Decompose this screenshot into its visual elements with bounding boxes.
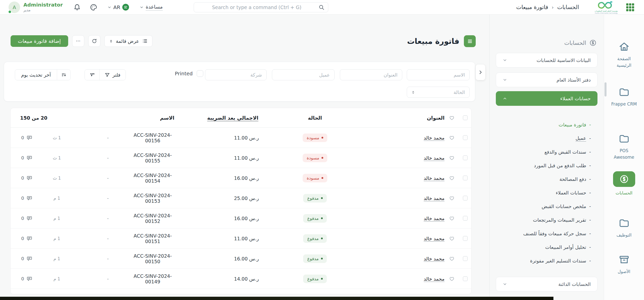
table-row[interactable]: محمد خالدمدفوع25.00 ر.سACC-SINV-2024-001… (11, 188, 471, 208)
favorite-heart-icon[interactable] (445, 236, 459, 241)
last-updated-sort-button[interactable]: آخر تحديث يوم (15, 70, 57, 80)
invoice-id[interactable]: ACC-SINV-2024-00156 (128, 132, 178, 143)
comments-indicator[interactable]: 0 (21, 135, 32, 141)
rail-item-0[interactable]: الصفحة الرئيسية (604, 41, 644, 69)
favorite-heart-icon[interactable] (445, 195, 459, 201)
column-header-status[interactable]: الحالة (261, 115, 369, 121)
clear-filters-icon[interactable] (85, 70, 99, 80)
breadcrumb-page[interactable]: فاتورة مبيعات (516, 4, 548, 10)
view-switcher-button[interactable]: عرض قائمة (104, 35, 152, 47)
table-row[interactable]: محمد خالدمسودة16.00 ر.سACC-SINV-2024-001… (11, 168, 471, 188)
name-filter-input[interactable] (407, 69, 470, 80)
favorite-heart-icon[interactable] (445, 155, 459, 161)
comments-indicator[interactable]: 0 (21, 195, 32, 201)
help-menu[interactable]: مساعدة (140, 4, 163, 11)
row-checkbox[interactable] (463, 135, 468, 140)
sidebar-collapse-toggle[interactable] (476, 64, 485, 80)
comments-indicator[interactable]: 0 (21, 155, 32, 161)
invoice-id[interactable]: ACC-SINV-2024-00154 (128, 173, 178, 184)
search-input[interactable] (197, 5, 316, 10)
row-checkbox[interactable] (463, 155, 468, 160)
add-sales-invoice-button[interactable]: إضافة فاتورة مبيعات (11, 35, 68, 47)
customer-link[interactable]: محمد خالد (424, 135, 445, 141)
comments-indicator[interactable]: 0 (21, 215, 32, 221)
favorite-heart-icon[interactable] (445, 276, 459, 282)
title-filter-input[interactable] (340, 69, 402, 80)
column-header-name[interactable]: الاسم (128, 115, 178, 121)
invoice-id[interactable]: ACC-SINV-2024-00149 (128, 273, 178, 284)
sidebar-item-1[interactable]: -عميل (496, 131, 597, 145)
row-checkbox[interactable] (463, 276, 468, 281)
customer-link[interactable]: محمد خالد (424, 216, 445, 221)
sidebar-item-4[interactable]: -دفع المصالحة (496, 172, 597, 186)
table-row[interactable]: محمد خالدمسودة11.00 ر.سACC-SINV-2024-001… (11, 148, 471, 168)
notifications-bell-icon[interactable] (73, 4, 81, 11)
table-row[interactable]: محمد خالدمدفوع16.00 ر.سACC-SINV-2024-001… (11, 208, 471, 228)
row-checkbox[interactable] (463, 196, 468, 201)
sidebar-item-0[interactable]: -فاتورة مبيعات (496, 118, 597, 131)
comments-indicator[interactable]: 0 (21, 256, 32, 262)
invoice-id[interactable]: ACC-SINV-2024-00155 (128, 152, 178, 163)
column-header-total[interactable]: الاجمالي بعد الضريبة (178, 115, 261, 121)
customer-link[interactable]: محمد خالد (424, 175, 445, 181)
customer-link[interactable]: محمد خالد (424, 256, 445, 261)
rail-item-2[interactable]: POS Awesome (604, 133, 644, 160)
status-filter-select[interactable]: الحالة (407, 87, 470, 98)
column-header-title[interactable]: العنوان (369, 115, 445, 121)
favorite-heart-icon[interactable] (445, 175, 459, 181)
rail-item-1[interactable]: Frappe CRM (604, 86, 644, 108)
invoice-id[interactable]: ACC-SINV-2024-00150 (128, 253, 178, 264)
table-row[interactable]: محمد خالدمسودة11.00 ر.سACC-SINV-2024-001… (11, 128, 471, 148)
select-all-checkbox[interactable] (463, 115, 468, 120)
rail-item-4[interactable]: التوظيف (604, 217, 644, 239)
favorite-heart-icon[interactable] (445, 256, 459, 261)
company-logo[interactable]: مؤسسة النظم لتقنية المعلومات Husba Infor… (595, 1, 618, 14)
sidebar-section-1[interactable]: دفتر الأستاذ العام (496, 73, 597, 87)
sidebar-section-payables[interactable]: الحسابات الدائنة (496, 277, 597, 291)
row-checkbox[interactable] (463, 236, 468, 241)
customer-filter-input[interactable] (272, 69, 335, 80)
user-menu[interactable]: Administrator مدير A (9, 2, 63, 13)
customer-link[interactable]: محمد خالد (424, 155, 445, 161)
record-count[interactable]: 20 من 150 (11, 115, 128, 121)
sort-direction-button[interactable] (57, 70, 70, 80)
company-filter-input[interactable] (205, 69, 267, 80)
customer-link[interactable]: محمد خالد (424, 276, 445, 282)
sidebar-item-2[interactable]: -سندات القبض والدفع (496, 145, 597, 159)
favorite-heart-icon[interactable] (445, 135, 459, 141)
favorite-heart-icon[interactable] (445, 216, 459, 221)
active-module-tile[interactable] (613, 171, 635, 187)
sidebar-section-0[interactable]: البيانات الاساسية للحسابات (496, 53, 597, 68)
global-search[interactable] (194, 2, 328, 12)
rail-item-3[interactable]: الحسابات (604, 171, 644, 196)
language-selector[interactable]: AR (107, 4, 129, 11)
sidebar-section-2[interactable]: حسابات العملاء (496, 91, 597, 106)
invoice-id[interactable]: ACC-SINV-2024-00151 (128, 233, 178, 244)
comments-indicator[interactable]: 0 (21, 276, 32, 282)
sidebar-item-3[interactable]: -طلب الدفع من قبل المورد (496, 159, 597, 172)
rail-item-5[interactable]: الأصول (604, 254, 644, 275)
theme-palette-icon[interactable] (90, 4, 97, 11)
invoice-id[interactable]: ACC-SINV-2024-00153 (128, 193, 178, 204)
row-checkbox[interactable] (463, 256, 468, 261)
sidebar-item-9[interactable]: -تحليل أوامر المبيعات (496, 240, 597, 254)
invoice-id[interactable]: ACC-SINV-2024-00152 (128, 213, 178, 224)
printed-checkbox[interactable] (197, 70, 203, 77)
sidebar-item-8[interactable]: -سجل حركة مبيعات وفقاً للصنف (496, 227, 597, 240)
table-row[interactable]: محمد خالدمدفوع16.00 ر.سACC-SINV-2024-001… (11, 249, 471, 269)
customer-link[interactable]: محمد خالد (424, 195, 445, 201)
comments-indicator[interactable]: 0 (21, 175, 32, 181)
customer-link[interactable]: محمد خالد (424, 236, 445, 241)
sidebar-item-5[interactable]: -حسابات العملاء (496, 186, 597, 199)
avatar[interactable]: A (9, 2, 20, 13)
more-options-button[interactable]: ··· (72, 35, 84, 47)
apps-grid-icon[interactable] (625, 2, 635, 13)
table-row[interactable]: محمد خالدمدفوع11.00 ر.سACC-SINV-2024-001… (11, 228, 471, 249)
comments-indicator[interactable]: 0 (21, 236, 32, 242)
row-checkbox[interactable] (463, 176, 468, 180)
breadcrumb-section[interactable]: الحسابات (557, 4, 579, 10)
favorite-column-icon[interactable] (445, 115, 459, 121)
filter-button[interactable]: فلتر (99, 70, 126, 80)
refresh-button[interactable] (88, 35, 100, 47)
sidebar-item-6[interactable]: -ملخص حسابات القبض (496, 199, 597, 213)
